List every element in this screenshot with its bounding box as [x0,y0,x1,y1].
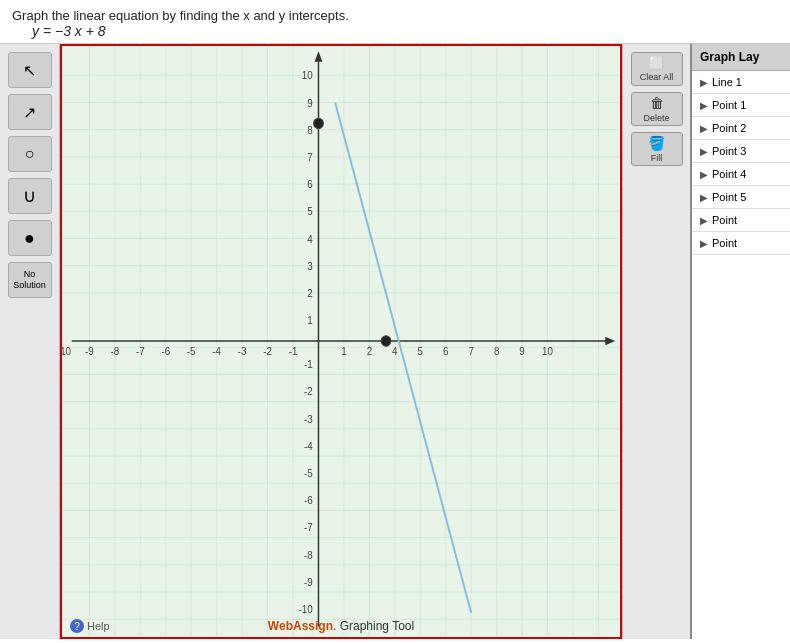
layer-arrow-line1: ▶ [700,77,708,88]
layer-label-point1: Point 1 [712,99,746,111]
main-area: ↖ ↗ ○ ∪ ● No Solution [0,44,790,639]
svg-text:-9: -9 [304,576,313,587]
layer-item-point6[interactable]: ▶ Point [692,209,790,232]
svg-text:5: 5 [307,206,313,217]
svg-text:3: 3 [307,261,313,272]
layer-item-point3[interactable]: ▶ Point 3 [692,140,790,163]
svg-text:-5: -5 [304,468,313,479]
no-solution-button[interactable]: No Solution [8,262,52,298]
svg-text:-3: -3 [238,345,247,356]
layer-item-line1[interactable]: ▶ Line 1 [692,71,790,94]
help-label: Help [87,620,110,632]
svg-text:-8: -8 [304,549,313,560]
layer-label-point6: Point [712,214,737,226]
svg-text:2: 2 [307,288,313,299]
layer-item-point5[interactable]: ▶ Point 5 [692,186,790,209]
svg-text:8: 8 [307,125,313,136]
svg-text:10: 10 [302,70,313,81]
svg-text:-5: -5 [187,345,196,356]
svg-text:-9: -9 [85,345,94,356]
layer-label-point2: Point 2 [712,122,746,134]
svg-text:7: 7 [468,345,474,356]
point-tool-button[interactable]: ● [8,220,52,256]
circle-tool-button[interactable]: ○ [8,136,52,172]
svg-text:-4: -4 [212,345,221,356]
layer-item-point2[interactable]: ▶ Point 2 [692,117,790,140]
layer-label-point7: Point [712,237,737,249]
layer-arrow-point5: ▶ [700,192,708,203]
layer-item-point1[interactable]: ▶ Point 1 [692,94,790,117]
layer-item-point7[interactable]: ▶ Point [692,232,790,255]
layers-title: Graph Lay [692,44,790,71]
no-solution-label: No Solution [9,269,51,291]
instruction-text: Graph the linear equation by finding the… [12,8,778,23]
clear-all-button[interactable]: ⬜ Clear All [631,52,683,86]
svg-text:-1: -1 [289,345,298,356]
layer-arrow-point3: ▶ [700,146,708,157]
svg-text:1: 1 [307,315,313,326]
svg-text:-10: -10 [298,604,312,615]
help-button[interactable]: ? Help [70,619,110,633]
svg-text:1: 1 [341,345,347,356]
svg-point-85 [314,118,324,128]
delete-button[interactable]: 🗑 Delete [631,92,683,126]
clear-all-icon: ⬜ [649,56,664,70]
fill-button[interactable]: 🪣 Fill [631,132,683,166]
svg-text:4: 4 [307,233,313,244]
svg-text:-7: -7 [136,345,145,356]
graph-svg: -10 -9 -8 -7 -6 -5 -4 -3 -2 -1 1 2 4 5 6… [62,46,620,637]
help-icon: ? [70,619,84,633]
svg-text:6: 6 [307,179,313,190]
svg-text:4: 4 [392,345,398,356]
equation-display: y = −3 x + 8 [32,23,778,39]
svg-text:-8: -8 [111,345,120,356]
line-tool-button[interactable]: ↗ [8,94,52,130]
svg-point-86 [381,336,391,346]
svg-text:-6: -6 [161,345,170,356]
svg-text:-10: -10 [62,345,71,356]
layer-item-point4[interactable]: ▶ Point 4 [692,163,790,186]
svg-text:8: 8 [494,345,500,356]
svg-text:-2: -2 [263,345,272,356]
graph-container[interactable]: -10 -9 -8 -7 -6 -5 -4 -3 -2 -1 1 2 4 5 6… [60,44,622,639]
svg-text:10: 10 [542,345,553,356]
webassign-watermark: WebAssign. Graphing Tool [268,619,414,633]
svg-text:-7: -7 [304,522,313,533]
delete-icon: 🗑 [650,95,664,111]
clear-all-label: Clear All [640,72,674,82]
layer-arrow-point7: ▶ [700,238,708,249]
layer-label-point5: Point 5 [712,191,746,203]
delete-label: Delete [643,113,669,123]
svg-text:2: 2 [367,345,373,356]
layers-panel: Graph Lay ▶ Line 1 ▶ Point 1 ▶ Point 2 ▶… [690,44,790,639]
instructions: Graph the linear equation by finding the… [0,0,790,44]
svg-text:-4: -4 [304,440,313,451]
layer-label-line1: Line 1 [712,76,742,88]
layer-label-point4: Point 4 [712,168,746,180]
fill-icon: 🪣 [648,135,665,151]
arrow-tool-button[interactable]: ↖ [8,52,52,88]
svg-text:-2: -2 [304,386,313,397]
svg-text:9: 9 [519,345,525,356]
svg-text:7: 7 [307,152,313,163]
right-controls: ⬜ Clear All 🗑 Delete 🪣 Fill [622,44,690,639]
svg-text:5: 5 [418,345,424,356]
svg-text:6: 6 [443,345,449,356]
webassign-tool: . Graphing Tool [333,619,414,633]
layer-arrow-point2: ▶ [700,123,708,134]
page-container: Graph the linear equation by finding the… [0,0,790,643]
svg-text:-3: -3 [304,413,313,424]
svg-text:-1: -1 [304,359,313,370]
fill-label: Fill [651,153,663,163]
layer-arrow-point6: ▶ [700,215,708,226]
layer-arrow-point1: ▶ [700,100,708,111]
svg-text:9: 9 [307,97,313,108]
layer-arrow-point4: ▶ [700,169,708,180]
left-toolbar: ↖ ↗ ○ ∪ ● No Solution [0,44,60,639]
webassign-brand: WebAssign [268,619,333,633]
parabola-tool-button[interactable]: ∪ [8,178,52,214]
svg-text:-6: -6 [304,495,313,506]
layer-label-point3: Point 3 [712,145,746,157]
